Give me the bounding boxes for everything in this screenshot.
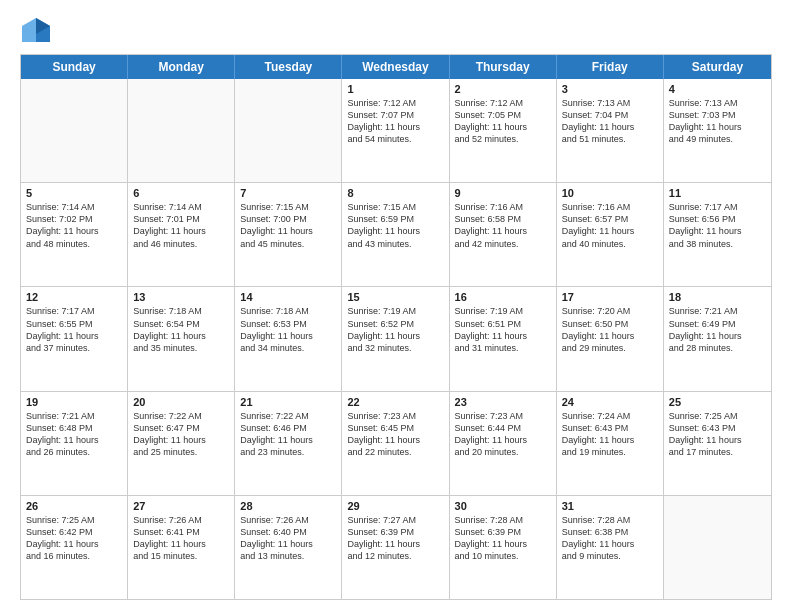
calendar-cell-r2-c4: 16Sunrise: 7:19 AM Sunset: 6:51 PM Dayli… <box>450 287 557 390</box>
calendar-cell-r1-c2: 7Sunrise: 7:15 AM Sunset: 7:00 PM Daylig… <box>235 183 342 286</box>
day-number: 20 <box>133 396 229 408</box>
calendar-cell-r1-c3: 8Sunrise: 7:15 AM Sunset: 6:59 PM Daylig… <box>342 183 449 286</box>
calendar-cell-r0-c5: 3Sunrise: 7:13 AM Sunset: 7:04 PM Daylig… <box>557 79 664 182</box>
page: SundayMondayTuesdayWednesdayThursdayFrid… <box>0 0 792 612</box>
day-number: 17 <box>562 291 658 303</box>
day-info: Sunrise: 7:22 AM Sunset: 6:46 PM Dayligh… <box>240 410 336 459</box>
day-info: Sunrise: 7:14 AM Sunset: 7:01 PM Dayligh… <box>133 201 229 250</box>
day-number: 12 <box>26 291 122 303</box>
day-number: 1 <box>347 83 443 95</box>
day-info: Sunrise: 7:28 AM Sunset: 6:38 PM Dayligh… <box>562 514 658 563</box>
day-info: Sunrise: 7:15 AM Sunset: 6:59 PM Dayligh… <box>347 201 443 250</box>
calendar-cell-r4-c1: 27Sunrise: 7:26 AM Sunset: 6:41 PM Dayli… <box>128 496 235 599</box>
calendar-body: 1Sunrise: 7:12 AM Sunset: 7:07 PM Daylig… <box>21 79 771 599</box>
calendar-cell-r1-c4: 9Sunrise: 7:16 AM Sunset: 6:58 PM Daylig… <box>450 183 557 286</box>
day-info: Sunrise: 7:15 AM Sunset: 7:00 PM Dayligh… <box>240 201 336 250</box>
calendar-cell-r4-c5: 31Sunrise: 7:28 AM Sunset: 6:38 PM Dayli… <box>557 496 664 599</box>
day-number: 28 <box>240 500 336 512</box>
day-number: 4 <box>669 83 766 95</box>
day-info: Sunrise: 7:20 AM Sunset: 6:50 PM Dayligh… <box>562 305 658 354</box>
calendar-cell-r0-c6: 4Sunrise: 7:13 AM Sunset: 7:03 PM Daylig… <box>664 79 771 182</box>
day-info: Sunrise: 7:17 AM Sunset: 6:56 PM Dayligh… <box>669 201 766 250</box>
calendar-cell-r3-c1: 20Sunrise: 7:22 AM Sunset: 6:47 PM Dayli… <box>128 392 235 495</box>
day-info: Sunrise: 7:16 AM Sunset: 6:58 PM Dayligh… <box>455 201 551 250</box>
day-number: 14 <box>240 291 336 303</box>
calendar-row-1: 5Sunrise: 7:14 AM Sunset: 7:02 PM Daylig… <box>21 183 771 287</box>
day-info: Sunrise: 7:21 AM Sunset: 6:49 PM Dayligh… <box>669 305 766 354</box>
day-number: 22 <box>347 396 443 408</box>
calendar-cell-r1-c0: 5Sunrise: 7:14 AM Sunset: 7:02 PM Daylig… <box>21 183 128 286</box>
calendar: SundayMondayTuesdayWednesdayThursdayFrid… <box>20 54 772 600</box>
day-number: 9 <box>455 187 551 199</box>
day-info: Sunrise: 7:13 AM Sunset: 7:03 PM Dayligh… <box>669 97 766 146</box>
calendar-cell-r3-c4: 23Sunrise: 7:23 AM Sunset: 6:44 PM Dayli… <box>450 392 557 495</box>
day-info: Sunrise: 7:18 AM Sunset: 6:54 PM Dayligh… <box>133 305 229 354</box>
calendar-cell-r2-c1: 13Sunrise: 7:18 AM Sunset: 6:54 PM Dayli… <box>128 287 235 390</box>
day-info: Sunrise: 7:19 AM Sunset: 6:52 PM Dayligh… <box>347 305 443 354</box>
calendar-cell-r1-c1: 6Sunrise: 7:14 AM Sunset: 7:01 PM Daylig… <box>128 183 235 286</box>
calendar-row-0: 1Sunrise: 7:12 AM Sunset: 7:07 PM Daylig… <box>21 79 771 183</box>
calendar-row-3: 19Sunrise: 7:21 AM Sunset: 6:48 PM Dayli… <box>21 392 771 496</box>
calendar-header-friday: Friday <box>557 55 664 79</box>
calendar-cell-r4-c2: 28Sunrise: 7:26 AM Sunset: 6:40 PM Dayli… <box>235 496 342 599</box>
calendar-cell-r1-c5: 10Sunrise: 7:16 AM Sunset: 6:57 PM Dayli… <box>557 183 664 286</box>
day-info: Sunrise: 7:17 AM Sunset: 6:55 PM Dayligh… <box>26 305 122 354</box>
day-number: 6 <box>133 187 229 199</box>
day-number: 26 <box>26 500 122 512</box>
calendar-cell-r4-c0: 26Sunrise: 7:25 AM Sunset: 6:42 PM Dayli… <box>21 496 128 599</box>
day-number: 3 <box>562 83 658 95</box>
day-number: 19 <box>26 396 122 408</box>
calendar-header-sunday: Sunday <box>21 55 128 79</box>
day-info: Sunrise: 7:16 AM Sunset: 6:57 PM Dayligh… <box>562 201 658 250</box>
day-info: Sunrise: 7:25 AM Sunset: 6:42 PM Dayligh… <box>26 514 122 563</box>
calendar-cell-r4-c6 <box>664 496 771 599</box>
calendar-cell-r2-c3: 15Sunrise: 7:19 AM Sunset: 6:52 PM Dayli… <box>342 287 449 390</box>
calendar-cell-r3-c2: 21Sunrise: 7:22 AM Sunset: 6:46 PM Dayli… <box>235 392 342 495</box>
calendar-cell-r0-c3: 1Sunrise: 7:12 AM Sunset: 7:07 PM Daylig… <box>342 79 449 182</box>
day-number: 23 <box>455 396 551 408</box>
calendar-row-2: 12Sunrise: 7:17 AM Sunset: 6:55 PM Dayli… <box>21 287 771 391</box>
logo <box>20 16 56 44</box>
calendar-header-wednesday: Wednesday <box>342 55 449 79</box>
day-info: Sunrise: 7:13 AM Sunset: 7:04 PM Dayligh… <box>562 97 658 146</box>
day-number: 8 <box>347 187 443 199</box>
calendar-cell-r3-c3: 22Sunrise: 7:23 AM Sunset: 6:45 PM Dayli… <box>342 392 449 495</box>
day-number: 18 <box>669 291 766 303</box>
day-info: Sunrise: 7:26 AM Sunset: 6:41 PM Dayligh… <box>133 514 229 563</box>
calendar-cell-r2-c6: 18Sunrise: 7:21 AM Sunset: 6:49 PM Dayli… <box>664 287 771 390</box>
day-info: Sunrise: 7:21 AM Sunset: 6:48 PM Dayligh… <box>26 410 122 459</box>
svg-marker-1 <box>22 18 36 42</box>
day-info: Sunrise: 7:23 AM Sunset: 6:44 PM Dayligh… <box>455 410 551 459</box>
calendar-header: SundayMondayTuesdayWednesdayThursdayFrid… <box>21 55 771 79</box>
day-info: Sunrise: 7:19 AM Sunset: 6:51 PM Dayligh… <box>455 305 551 354</box>
calendar-cell-r2-c5: 17Sunrise: 7:20 AM Sunset: 6:50 PM Dayli… <box>557 287 664 390</box>
day-number: 31 <box>562 500 658 512</box>
day-number: 27 <box>133 500 229 512</box>
calendar-cell-r3-c5: 24Sunrise: 7:24 AM Sunset: 6:43 PM Dayli… <box>557 392 664 495</box>
day-info: Sunrise: 7:12 AM Sunset: 7:07 PM Dayligh… <box>347 97 443 146</box>
day-number: 21 <box>240 396 336 408</box>
day-number: 29 <box>347 500 443 512</box>
day-info: Sunrise: 7:22 AM Sunset: 6:47 PM Dayligh… <box>133 410 229 459</box>
calendar-row-4: 26Sunrise: 7:25 AM Sunset: 6:42 PM Dayli… <box>21 496 771 599</box>
day-info: Sunrise: 7:14 AM Sunset: 7:02 PM Dayligh… <box>26 201 122 250</box>
day-info: Sunrise: 7:26 AM Sunset: 6:40 PM Dayligh… <box>240 514 336 563</box>
calendar-cell-r0-c1 <box>128 79 235 182</box>
calendar-cell-r4-c4: 30Sunrise: 7:28 AM Sunset: 6:39 PM Dayli… <box>450 496 557 599</box>
day-info: Sunrise: 7:25 AM Sunset: 6:43 PM Dayligh… <box>669 410 766 459</box>
logo-icon <box>20 16 52 44</box>
calendar-cell-r3-c6: 25Sunrise: 7:25 AM Sunset: 6:43 PM Dayli… <box>664 392 771 495</box>
day-number: 10 <box>562 187 658 199</box>
day-info: Sunrise: 7:24 AM Sunset: 6:43 PM Dayligh… <box>562 410 658 459</box>
day-number: 5 <box>26 187 122 199</box>
day-info: Sunrise: 7:27 AM Sunset: 6:39 PM Dayligh… <box>347 514 443 563</box>
day-info: Sunrise: 7:12 AM Sunset: 7:05 PM Dayligh… <box>455 97 551 146</box>
day-number: 16 <box>455 291 551 303</box>
calendar-cell-r3-c0: 19Sunrise: 7:21 AM Sunset: 6:48 PM Dayli… <box>21 392 128 495</box>
calendar-cell-r0-c0 <box>21 79 128 182</box>
day-info: Sunrise: 7:18 AM Sunset: 6:53 PM Dayligh… <box>240 305 336 354</box>
day-number: 7 <box>240 187 336 199</box>
day-number: 2 <box>455 83 551 95</box>
calendar-cell-r4-c3: 29Sunrise: 7:27 AM Sunset: 6:39 PM Dayli… <box>342 496 449 599</box>
calendar-cell-r2-c2: 14Sunrise: 7:18 AM Sunset: 6:53 PM Dayli… <box>235 287 342 390</box>
